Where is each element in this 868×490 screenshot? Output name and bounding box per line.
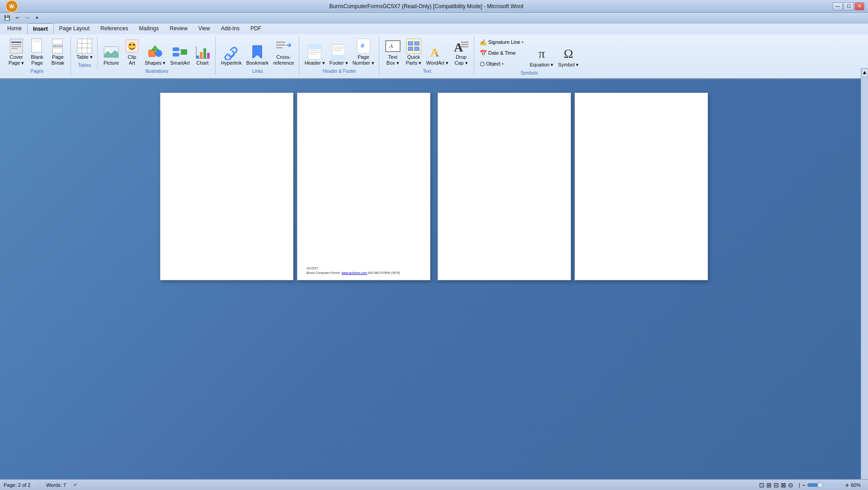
group-illustrations: Picture ClipArt Shapes ▾ <box>99 36 216 75</box>
svg-rect-45 <box>334 47 344 47</box>
table-label: Table ▾ <box>76 54 92 60</box>
svg-text:#: # <box>361 42 364 49</box>
text-box-button[interactable]: A TextBox ▾ <box>383 37 403 67</box>
tab-insert[interactable]: Insert <box>27 24 54 34</box>
undo-button[interactable]: ↩ <box>13 14 22 22</box>
table-button[interactable]: Table ▾ <box>75 37 94 61</box>
illustrations-items: Picture ClipArt Shapes ▾ <box>101 37 212 67</box>
text-items: A TextBox ▾ QuickParts ▾ A WordArt ▾ <box>383 37 471 67</box>
svg-rect-56 <box>415 47 419 51</box>
svg-rect-6 <box>33 41 40 42</box>
equation-button[interactable]: π Equation ▾ <box>528 45 555 69</box>
svg-rect-41 <box>310 52 320 53</box>
header-icon <box>307 44 323 60</box>
close-button[interactable]: ✕ <box>854 2 864 10</box>
shapes-label: Shapes ▾ <box>145 60 165 66</box>
shapes-button[interactable]: Shapes ▾ <box>143 43 167 67</box>
page-footer-line2: Burris Computer Forms* www.pcforms.com 8… <box>307 271 400 275</box>
tab-page-layout[interactable]: Page Layout <box>54 24 95 34</box>
tab-home[interactable]: Home <box>2 24 27 34</box>
view-draft-icon[interactable]: ⊝ <box>788 481 793 489</box>
svg-line-27 <box>179 49 181 50</box>
signature-line-icon: ✍ <box>480 39 487 46</box>
footer-button[interactable]: Footer ▾ <box>328 43 350 67</box>
svg-rect-39 <box>308 45 321 49</box>
group-pages: CoverPage ▾ BlankPage PageBreak Pages <box>4 36 71 75</box>
svg-rect-9 <box>52 48 62 53</box>
cross-reference-button[interactable]: Cross-reference <box>271 37 296 67</box>
tab-mailings[interactable]: Mailings <box>133 24 164 34</box>
svg-rect-37 <box>276 47 283 48</box>
page-number-button[interactable]: # PageNumber ▾ <box>351 37 376 67</box>
svg-rect-42 <box>310 54 317 55</box>
tab-pdf[interactable]: PDF <box>245 24 267 34</box>
page-break-button[interactable]: PageBreak <box>48 37 68 67</box>
tab-references[interactable]: References <box>95 24 133 34</box>
text-group-label: Text <box>383 69 471 74</box>
header-button[interactable]: Header ▾ <box>303 43 327 67</box>
vertical-scrollbar[interactable]: ▲ <box>861 68 868 479</box>
cover-page-button[interactable]: CoverPage ▾ <box>6 37 26 67</box>
svg-rect-10 <box>77 39 92 53</box>
zoom-slider[interactable] <box>807 483 844 487</box>
zoom-out-button[interactable]: − <box>802 481 806 489</box>
tab-addins[interactable]: Add-Ins <box>216 24 245 34</box>
page-number-label: PageNumber ▾ <box>353 54 374 66</box>
minimize-button[interactable]: — <box>833 2 843 10</box>
svg-point-16 <box>106 48 109 51</box>
tables-group-label: Tables <box>75 63 94 68</box>
quick-access-dropdown[interactable]: ▾ <box>33 14 42 22</box>
links-group-label: Links <box>219 69 296 74</box>
status-right: ⊡ ⊞ ⊟ ⊠ ⊝ | − + 60% <box>759 481 864 489</box>
svg-rect-59 <box>461 42 468 43</box>
date-time-button[interactable]: 📅 Date & Time <box>478 48 525 58</box>
svg-rect-46 <box>334 48 344 49</box>
maximize-button[interactable]: ☐ <box>844 2 854 10</box>
object-label: Object <box>486 61 500 66</box>
spell-check-icon[interactable]: ✓ <box>73 482 77 488</box>
quick-parts-label: QuickParts ▾ <box>406 54 421 66</box>
drop-cap-button[interactable]: A DropCap ▾ <box>451 37 471 67</box>
equation-icon: π <box>533 46 550 62</box>
redo-button[interactable]: ↪ <box>23 14 32 22</box>
object-button[interactable]: ⬡ Object ▾ <box>478 59 525 69</box>
view-fullread-icon[interactable]: ⊞ <box>766 481 772 489</box>
clip-art-button[interactable]: ClipArt <box>122 37 142 67</box>
pages-items: CoverPage ▾ BlankPage PageBreak <box>6 37 68 67</box>
svg-rect-2 <box>11 44 21 45</box>
office-button[interactable]: W <box>5 0 18 13</box>
bookmark-icon <box>249 44 265 60</box>
hyperlink-button[interactable]: Hyperlink <box>219 43 244 67</box>
svg-point-22 <box>156 50 162 57</box>
blank-page-button[interactable]: BlankPage <box>27 37 47 67</box>
cover-page-icon <box>8 38 24 54</box>
document-page-4 <box>575 93 708 280</box>
view-web-icon[interactable]: ⊟ <box>774 481 779 489</box>
bookmark-button[interactable]: Bookmark <box>245 43 271 67</box>
tab-view[interactable]: View <box>193 24 216 34</box>
save-button[interactable]: 💾 <box>3 14 12 22</box>
chart-button[interactable]: Chart <box>193 43 212 67</box>
links-items: Hyperlink Bookmark Cross-reference <box>219 37 296 67</box>
chart-icon <box>194 44 211 60</box>
view-outline-icon[interactable]: ⊠ <box>781 481 786 489</box>
zoom-in-button[interactable]: + <box>845 481 849 489</box>
page-spread-1: GC5X7 Burris Computer Forms* www.pcforms… <box>160 93 430 280</box>
smartart-button[interactable]: SmartArt <box>168 43 191 67</box>
page-break-icon <box>50 38 66 54</box>
picture-icon <box>103 44 119 60</box>
view-print-icon[interactable]: ⊡ <box>759 481 764 489</box>
pages-container: GC5X7 Burris Computer Forms* www.pcforms… <box>160 93 708 280</box>
svg-rect-25 <box>173 53 179 57</box>
window-controls[interactable]: — ☐ ✕ <box>833 2 864 10</box>
symbol-button[interactable]: Ω Symbol ▾ <box>556 45 580 69</box>
tab-review[interactable]: Review <box>164 24 193 34</box>
clip-art-label: ClipArt <box>128 54 137 66</box>
quick-parts-button[interactable]: QuickParts ▾ <box>404 37 424 67</box>
wordart-label: WordArt ▾ <box>426 60 448 66</box>
signature-line-button[interactable]: ✍ Signature Line ▾ <box>478 37 525 47</box>
date-time-label: Date & Time <box>488 50 516 56</box>
signature-dropdown-arrow: ▾ <box>522 40 524 44</box>
picture-button[interactable]: Picture <box>101 43 121 67</box>
wordart-button[interactable]: A WordArt ▾ <box>425 43 450 67</box>
